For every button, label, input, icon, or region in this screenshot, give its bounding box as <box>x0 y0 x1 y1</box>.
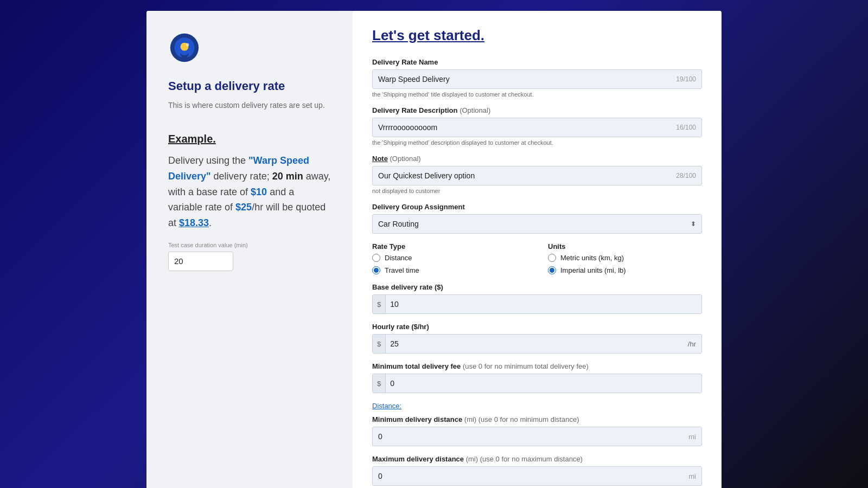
test-duration-value[interactable]: 20 <box>169 256 233 266</box>
note-input[interactable] <box>378 171 676 180</box>
min-distance-suffix: mi <box>688 433 696 441</box>
example-title: Example. <box>168 133 216 145</box>
delivery-rate-name-input[interactable] <box>378 75 676 84</box>
test-label: Test case duration value (min) <box>168 242 248 248</box>
min-distance-label: Minimum delivery distance (mi) (use 0 fo… <box>372 415 702 423</box>
units-col: Units Metric units (km, kg) Imperial uni… <box>548 242 702 274</box>
main-container: Setup a delivery rate This is where cust… <box>146 11 722 488</box>
example-variable-rate: $25 <box>235 202 252 213</box>
min-fee-prefix: $ <box>373 374 386 393</box>
right-panel: Let's get started. Delivery Rate Name 19… <box>353 11 722 488</box>
setup-desc: This is where custom delivery rates are … <box>168 100 325 111</box>
base-rate-input-wrapper: $ <box>372 294 702 314</box>
base-rate-group: Base delivery rate ($) $ <box>372 283 702 314</box>
hourly-rate-input-wrapper: $ /hr <box>372 334 702 354</box>
rate-type-col: Rate Type Distance Travel time <box>372 242 526 274</box>
rate-type-distance-radio[interactable] <box>372 254 380 262</box>
rate-type-label: Rate Type <box>372 242 526 251</box>
distance-link[interactable]: Distance: <box>372 402 702 410</box>
rate-type-travel-radio[interactable] <box>372 266 380 274</box>
hourly-rate-prefix: $ <box>373 335 386 353</box>
base-rate-label: Base delivery rate ($) <box>372 283 702 291</box>
delivery-rate-name-input-wrapper: 19/100 <box>372 69 702 89</box>
units-imperial-radio[interactable] <box>548 266 556 274</box>
units-imperial-option[interactable]: Imperial units (mi, lb) <box>548 266 702 274</box>
note-counter: 28/100 <box>676 172 696 179</box>
base-rate-input[interactable] <box>386 300 701 309</box>
max-distance-suffix: mi <box>688 472 696 480</box>
select-arrow-icon: ⬍ <box>691 220 696 228</box>
max-distance-group: Maximum delivery distance (mi) (use 0 fo… <box>372 455 702 486</box>
delivery-rate-name-label: Delivery Rate Name <box>372 58 702 66</box>
test-duration-input[interactable]: 20 ▲ ▼ <box>168 252 233 271</box>
delivery-rate-desc-counter: 16/100 <box>676 124 696 131</box>
rate-type-radio-group: Distance Travel time <box>372 254 526 274</box>
hourly-rate-label: Hourly rate ($/hr) <box>372 323 702 331</box>
delivery-rate-desc-group: Delivery Rate Description (Optional) 16/… <box>372 106 702 146</box>
delivery-rate-desc-label: Delivery Rate Description (Optional) <box>372 106 702 114</box>
delivery-rate-desc-hint: the 'Shipping method' description displa… <box>372 139 702 146</box>
example-total: $18.33 <box>179 217 209 228</box>
min-distance-input-wrapper: mi <box>372 427 702 446</box>
min-distance-input[interactable] <box>378 432 688 441</box>
delivery-rate-desc-input[interactable] <box>378 123 676 132</box>
delivery-group-select[interactable]: Car Routing Bike Routing Walk Routing <box>378 220 691 228</box>
min-fee-group: Minimum total delivery fee (use 0 for no… <box>372 362 702 393</box>
note-input-wrapper: 28/100 <box>372 166 702 185</box>
delivery-rate-name-group: Delivery Rate Name 19/100 the 'Shipping … <box>372 58 702 98</box>
rate-type-travel-option[interactable]: Travel time <box>372 266 526 274</box>
rate-type-units-row: Rate Type Distance Travel time Units Met… <box>372 242 702 274</box>
setup-title: Setup a delivery rate <box>168 79 285 93</box>
note-hint: not displayed to customer <box>372 188 702 194</box>
delivery-group-select-wrapper: Car Routing Bike Routing Walk Routing ⬍ <box>372 214 702 234</box>
left-panel: Setup a delivery rate This is where cust… <box>146 11 353 488</box>
hourly-rate-input[interactable] <box>386 339 682 348</box>
units-metric-radio[interactable] <box>548 254 556 262</box>
pin-icon <box>168 33 201 70</box>
hourly-rate-group: Hourly rate ($/hr) $ /hr <box>372 323 702 354</box>
units-radio-group: Metric units (km, kg) Imperial units (mi… <box>548 254 702 274</box>
units-metric-option[interactable]: Metric units (km, kg) <box>548 254 702 262</box>
delivery-rate-name-counter: 19/100 <box>676 75 696 83</box>
min-fee-input[interactable] <box>386 379 701 388</box>
min-distance-group: Minimum delivery distance (mi) (use 0 fo… <box>372 415 702 446</box>
svg-point-3 <box>186 43 189 47</box>
note-label: Note (Optional) <box>372 155 702 163</box>
max-distance-input-wrapper: mi <box>372 466 702 486</box>
delivery-rate-desc-input-wrapper: 16/100 <box>372 118 702 137</box>
rate-type-distance-option[interactable]: Distance <box>372 254 526 262</box>
example-time: 20 min <box>272 171 303 182</box>
hourly-rate-suffix: /hr <box>682 340 701 348</box>
page-heading: Let's get started. <box>372 27 702 44</box>
delivery-group-group: Delivery Group Assignment Car Routing Bi… <box>372 203 702 234</box>
delivery-group-label: Delivery Group Assignment <box>372 203 702 211</box>
max-distance-input[interactable] <box>378 472 688 480</box>
example-base-rate: $10 <box>251 187 267 197</box>
max-distance-label: Maximum delivery distance (mi) (use 0 fo… <box>372 455 702 463</box>
note-group: Note (Optional) 28/100 not displayed to … <box>372 155 702 194</box>
units-label: Units <box>548 242 702 251</box>
example-text: Delivery using the "Warp Speed Delivery"… <box>168 153 331 231</box>
min-fee-input-wrapper: $ <box>372 374 702 393</box>
base-rate-prefix: $ <box>373 295 386 313</box>
delivery-rate-name-hint: the 'Shipping method' title displayed to… <box>372 91 702 98</box>
min-fee-label: Minimum total delivery fee (use 0 for no… <box>372 362 702 370</box>
